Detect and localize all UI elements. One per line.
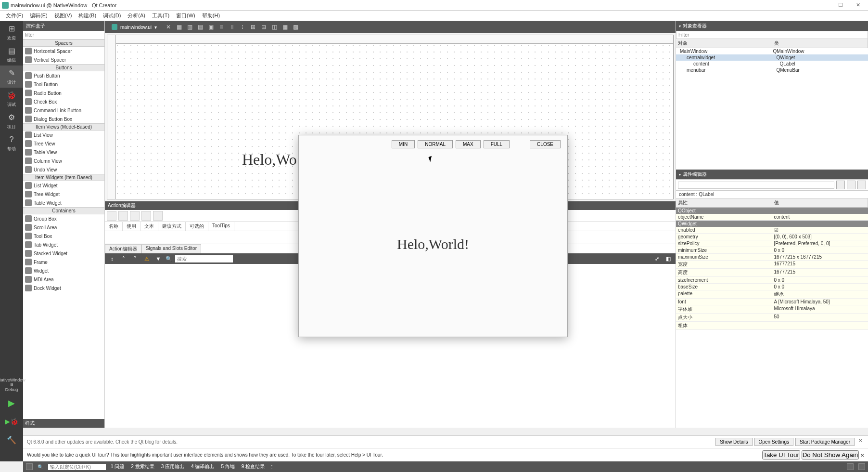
widget-item[interactable]: Dialog Button Box	[23, 115, 104, 123]
action-column[interactable]: 建议方式	[158, 222, 186, 231]
menu-item[interactable]: 帮助(H)	[199, 11, 223, 20]
action-config-icon[interactable]	[153, 211, 163, 221]
layout-tool-icon[interactable]: ⫴	[227, 22, 237, 32]
widget-category[interactable]: Item Views (Model-Based)	[23, 123, 104, 131]
object-row[interactable]: centralwidgetQWidget	[676, 54, 868, 61]
property-remove-icon[interactable]	[847, 181, 855, 189]
status-output-tab[interactable]: 5 终端	[221, 463, 234, 470]
widget-item[interactable]: Vertical Spacer	[23, 55, 104, 64]
layout-tool-icon[interactable]: ▥	[185, 22, 194, 32]
widget-item[interactable]: Widget	[23, 266, 104, 275]
preview-normal-button[interactable]: NORMAL	[418, 140, 453, 148]
menu-item[interactable]: 调试(D)	[100, 11, 124, 20]
close-tour-icon[interactable]: ✕	[860, 453, 864, 458]
menu-item[interactable]: 编辑(E)	[27, 11, 51, 20]
minimize-button[interactable]: —	[815, 0, 831, 10]
property-group[interactable]: QObject	[676, 208, 868, 214]
start-package-manager-button[interactable]: Start Package Manager	[795, 438, 855, 446]
action-column[interactable]: 名称	[105, 222, 123, 231]
maximize-button[interactable]: ☐	[832, 0, 849, 10]
layout-tool-icon[interactable]: ⊟	[259, 22, 268, 32]
layout-tool-icon[interactable]: ▣	[206, 22, 216, 32]
widget-item[interactable]: Radio Button	[23, 89, 104, 97]
object-row[interactable]: menubarQMenuBar	[676, 67, 868, 73]
widget-item[interactable]: Tool Button	[23, 80, 104, 89]
object-tree[interactable]: 对象类 MainWindowQMainWindowcentralwidgetQW…	[676, 39, 868, 73]
preview-max-button[interactable]: MAX	[456, 140, 481, 148]
layout-tool-icon[interactable]: ≡	[217, 22, 226, 32]
property-row[interactable]: palette继承	[676, 290, 868, 299]
widget-item[interactable]: Column View	[23, 157, 104, 165]
search-input[interactable]	[175, 255, 233, 262]
action-column[interactable]: ToolTips	[208, 222, 234, 231]
expand-icon[interactable]: ⤢	[652, 254, 661, 263]
property-row[interactable]: sizeIncrement0 x 0	[676, 277, 868, 284]
preview-full-button[interactable]: FULL	[484, 140, 510, 148]
build-button[interactable]: 🔨	[0, 431, 23, 449]
widget-category[interactable]: Spacers	[23, 39, 104, 47]
widget-item[interactable]: Check Box	[23, 97, 104, 106]
status-output-tab[interactable]: 4 编译输出	[191, 463, 214, 470]
property-add-icon[interactable]	[836, 181, 845, 189]
widget-item[interactable]: Tree View	[23, 139, 104, 148]
action-paste-icon[interactable]	[130, 211, 140, 221]
status-output-tab[interactable]: 2 搜索结果	[131, 463, 154, 470]
search-up-icon[interactable]: ˄	[119, 254, 128, 263]
layout-tool-icon[interactable]: ◫	[269, 22, 279, 32]
action-column[interactable]: 可选的	[186, 222, 208, 231]
widget-item[interactable]: Undo View	[23, 165, 104, 174]
layout-tool-icon[interactable]: ▦	[174, 22, 184, 32]
property-row[interactable]: geometry[(0, 0), 600 x 503]	[676, 234, 868, 240]
property-row[interactable]: minimumSize0 x 0	[676, 247, 868, 254]
action-column[interactable]: 使用	[123, 222, 140, 231]
action-column[interactable]: 文本	[140, 222, 158, 231]
menu-item[interactable]: 分析(A)	[125, 11, 148, 20]
warning-icon[interactable]: ⚠	[142, 254, 151, 263]
object-row[interactable]: MainWindowQMainWindow	[676, 48, 868, 54]
design-label[interactable]: Helo,Wo	[242, 151, 297, 169]
target-selector[interactable]: NativeWindow 🖥 Debug	[0, 376, 23, 394]
widget-item[interactable]: Table View	[23, 148, 104, 157]
output-toggle-icon[interactable]	[26, 463, 33, 470]
property-row[interactable]: 粗体	[676, 322, 868, 330]
sidebar-toggle-icon[interactable]	[847, 463, 854, 470]
property-row[interactable]: baseSize0 x 0	[676, 284, 868, 290]
widget-item[interactable]: Horizontal Spacer	[23, 47, 104, 55]
mode-欢迎[interactable]: ⊞欢迎	[0, 21, 23, 43]
widget-item[interactable]: Scroll Area	[23, 223, 104, 232]
locator-input[interactable]	[48, 464, 106, 470]
status-output-tab[interactable]: 9 检查结果	[242, 463, 265, 470]
property-row[interactable]: enabled☑	[676, 227, 868, 234]
property-row[interactable]: 点大小50	[676, 314, 868, 322]
menu-item[interactable]: 视图(V)	[51, 11, 75, 20]
mode-项目[interactable]: ⚙项目	[0, 110, 23, 132]
property-group[interactable]: QWidget	[676, 221, 868, 227]
widget-item[interactable]: Frame	[23, 258, 104, 266]
property-row[interactable]: 宽度16777215	[676, 261, 868, 269]
run-button[interactable]: ▶	[0, 394, 23, 412]
property-row[interactable]: sizePolicy[Preferred, Preferred, 0, 0]	[676, 240, 868, 247]
search-down-icon[interactable]: ˅	[131, 254, 140, 263]
show-details-button[interactable]: Show Details	[715, 438, 752, 446]
open-settings-button[interactable]: Open Settings	[754, 438, 793, 446]
property-filter-input[interactable]	[678, 182, 834, 189]
filter-icon[interactable]: ▼	[154, 254, 163, 263]
action-new-icon[interactable]	[107, 211, 116, 221]
menu-item[interactable]: 工具(T)	[149, 11, 172, 20]
layout-tool-icon[interactable]: ▦	[280, 22, 290, 32]
widget-item[interactable]: Dock Widget	[23, 284, 104, 292]
mode-编辑[interactable]: ▤编辑	[0, 43, 23, 66]
debug-run-button[interactable]: ▶🐞	[0, 412, 23, 431]
dismiss-tour-button[interactable]: Do Not Show Again	[802, 450, 859, 459]
widget-item[interactable]: Tree Widget	[23, 190, 104, 198]
layout-tool-icon[interactable]: ⊞	[248, 22, 258, 32]
mode-帮助[interactable]: ?帮助	[0, 132, 23, 154]
panel-close-icon[interactable]: ◧	[664, 254, 673, 263]
action-tab[interactable]: Signals and Slots Editor	[141, 244, 201, 253]
widget-item[interactable]: Table Widget	[23, 198, 104, 207]
widget-item[interactable]: Tab Widget	[23, 240, 104, 249]
layout-tool-icon[interactable]: ▩	[291, 22, 300, 32]
menu-item[interactable]: 构建(B)	[76, 11, 99, 20]
widget-category[interactable]: Containers	[23, 207, 104, 214]
layout-tool-icon[interactable]: ▤	[195, 22, 205, 32]
